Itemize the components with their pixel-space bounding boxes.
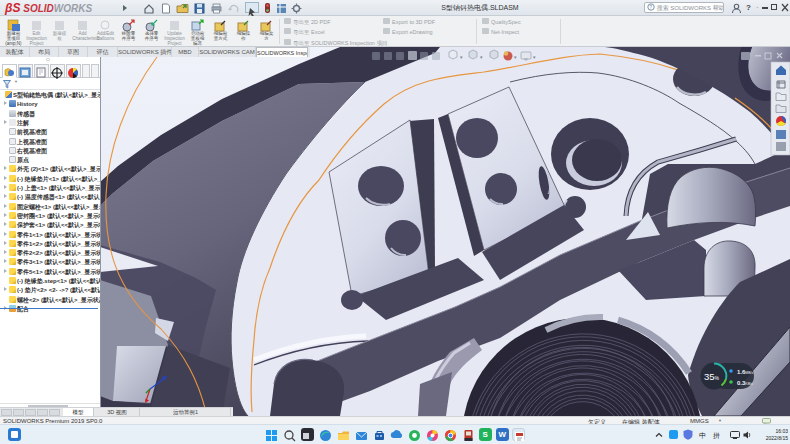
svg-text:?: ? bbox=[649, 4, 652, 10]
